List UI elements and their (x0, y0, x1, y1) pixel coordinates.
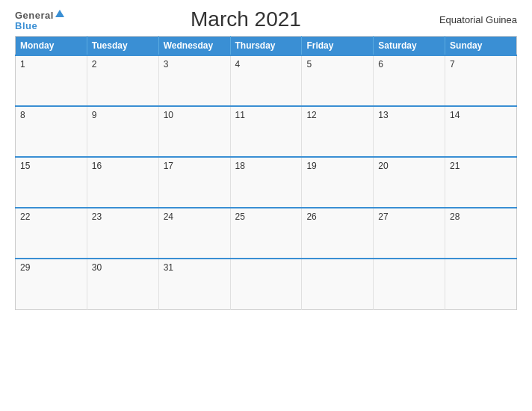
calendar-day: 30 (87, 259, 158, 309)
calendar-body: 1234567891011121314151617181920212223242… (16, 55, 517, 309)
calendar-week-5: 293031 (16, 259, 517, 309)
calendar-header: General Blue March 2021 Equatorial Guine… (15, 7, 517, 31)
day-number: 30 (92, 262, 102, 273)
country-label: Equatorial Guinea (427, 14, 517, 25)
calendar-day: 9 (87, 106, 158, 157)
calendar-day: 23 (87, 208, 158, 259)
calendar-day: 8 (16, 106, 87, 157)
calendar-day: 25 (230, 208, 302, 259)
col-friday: Friday (302, 37, 374, 56)
day-number: 6 (378, 59, 383, 69)
calendar-day: 31 (158, 259, 230, 309)
day-number: 16 (92, 161, 102, 171)
col-tuesday: Tuesday (87, 37, 158, 56)
day-number: 24 (164, 211, 173, 222)
day-number: 23 (92, 211, 102, 222)
day-number: 28 (450, 211, 460, 222)
calendar-day: 28 (445, 208, 517, 259)
day-number: 3 (164, 59, 169, 69)
calendar-day: 19 (302, 157, 374, 208)
calendar-day: 27 (374, 208, 445, 259)
day-number: 14 (450, 110, 460, 120)
day-number: 22 (20, 211, 30, 222)
day-number: 7 (450, 59, 455, 69)
day-number: 2 (92, 59, 97, 69)
calendar-week-3: 15161718192021 (16, 157, 517, 208)
calendar-day: 29 (16, 259, 87, 309)
calendar-day: 26 (302, 208, 374, 259)
col-sunday: Sunday (445, 37, 517, 56)
calendar-day: 21 (445, 157, 517, 208)
calendar-day: 12 (302, 106, 374, 157)
logo-general-text: General (15, 9, 64, 21)
day-number: 26 (306, 211, 316, 222)
col-wednesday: Wednesday (158, 37, 230, 56)
logo-triangle-icon (55, 10, 64, 17)
calendar-day: 11 (230, 106, 302, 157)
day-number: 17 (164, 161, 173, 171)
calendar-day: 13 (374, 106, 445, 157)
calendar-week-1: 1234567 (16, 55, 517, 106)
calendar-day (302, 259, 374, 309)
calendar-day: 1 (16, 55, 87, 106)
day-number: 11 (235, 110, 245, 120)
day-number: 5 (306, 59, 312, 69)
logo-blue-text: Blue (15, 21, 37, 31)
calendar-header-row: Monday Tuesday Wednesday Thursday Friday… (16, 37, 517, 56)
col-saturday: Saturday (374, 37, 445, 56)
calendar-day: 4 (230, 55, 302, 106)
day-number: 18 (235, 161, 245, 171)
calendar-day: 14 (445, 106, 517, 157)
day-number: 21 (450, 161, 460, 171)
calendar-day: 7 (445, 55, 517, 106)
calendar-day: 24 (158, 208, 230, 259)
calendar-day: 5 (302, 55, 374, 106)
calendar-day: 20 (374, 157, 445, 208)
calendar-table: Monday Tuesday Wednesday Thursday Friday… (15, 36, 517, 310)
col-thursday: Thursday (230, 37, 302, 56)
calendar-week-2: 891011121314 (16, 106, 517, 157)
calendar-day: 18 (230, 157, 302, 208)
day-number: 20 (378, 161, 388, 171)
day-number: 25 (235, 211, 245, 222)
calendar-title: March 2021 (64, 7, 427, 31)
calendar-day: 6 (374, 55, 445, 106)
calendar-day: 2 (87, 55, 158, 106)
calendar-week-4: 22232425262728 (16, 208, 517, 259)
day-number: 9 (92, 110, 97, 120)
logo: General Blue (15, 9, 64, 31)
day-number: 10 (164, 110, 173, 120)
day-number: 31 (164, 262, 173, 273)
calendar-day: 10 (158, 106, 230, 157)
calendar-day (374, 259, 445, 309)
day-number: 15 (20, 161, 30, 171)
day-number: 27 (378, 211, 388, 222)
day-number: 19 (306, 161, 316, 171)
day-number: 8 (20, 110, 25, 120)
day-number: 4 (235, 59, 241, 69)
calendar-day (445, 259, 517, 309)
calendar-day: 15 (16, 157, 87, 208)
calendar-day: 3 (158, 55, 230, 106)
calendar-day: 22 (16, 208, 87, 259)
col-monday: Monday (16, 37, 87, 56)
day-number: 12 (306, 110, 316, 120)
calendar-day: 17 (158, 157, 230, 208)
day-number: 1 (20, 59, 25, 69)
calendar-day: 16 (87, 157, 158, 208)
day-number: 29 (20, 262, 30, 273)
calendar-day (230, 259, 302, 309)
day-number: 13 (378, 110, 388, 120)
